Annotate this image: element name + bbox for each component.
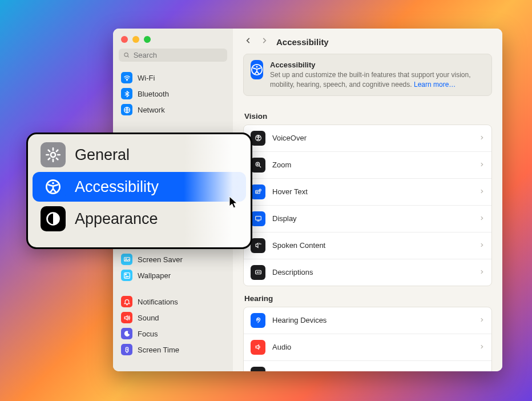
- svg-point-33: [52, 182, 54, 185]
- zoom-item-accessibility[interactable]: Accessibility: [33, 172, 246, 202]
- screentime-icon: [121, 344, 132, 355]
- accessibility-icon: [41, 174, 66, 199]
- row-hearing-devices[interactable]: Hearing Devices: [244, 307, 491, 334]
- sidebar-item-label: Wi-Fi: [138, 74, 155, 82]
- row-label: VoiceOver: [272, 134, 307, 142]
- main-panel: Accessibility Accessibility Set up and c…: [233, 29, 502, 371]
- svg-point-29: [257, 319, 259, 320]
- sidebar-item-network[interactable]: Network: [118, 102, 228, 118]
- appearance-icon: [41, 206, 66, 231]
- zoom-item-label: Accessibility: [75, 178, 159, 196]
- chevron-right-icon: [479, 241, 485, 250]
- sidebar-item-sound[interactable]: Sound: [118, 310, 228, 326]
- row-label: Display: [272, 214, 297, 223]
- zoom-icon: [251, 158, 265, 173]
- search-icon: [123, 51, 130, 59]
- row-label: Audio: [272, 343, 291, 351]
- zoom-callout: GeneralAccessibilityAppearance: [26, 133, 252, 249]
- svg-point-13: [256, 66, 258, 67]
- zoom-item-appearance[interactable]: Appearance: [33, 204, 246, 234]
- row-hover-text[interactable]: Hover Text: [244, 178, 491, 205]
- accessibility-icon: [251, 60, 263, 79]
- window-controls: [113, 29, 233, 46]
- sidebar-item-focus[interactable]: Focus: [118, 326, 228, 342]
- row-label: Descriptions: [272, 268, 313, 276]
- sidebar-item-screen-saver[interactable]: Screen Saver: [118, 251, 228, 267]
- svg-line-1: [128, 56, 129, 57]
- spoken-icon: Aa: [251, 238, 265, 253]
- audio-icon: [251, 340, 265, 355]
- sidebar-item-label: Notifications: [138, 298, 178, 306]
- page-title: Accessibility: [276, 37, 329, 47]
- svg-text:Aa: Aa: [259, 243, 261, 246]
- chevron-right-icon: [479, 161, 485, 169]
- gear-icon: [41, 142, 66, 167]
- search-field[interactable]: [119, 49, 227, 62]
- hovertext-icon: [251, 185, 265, 199]
- sidebar-item-label: Sound: [138, 314, 159, 322]
- svg-point-15: [257, 136, 259, 137]
- sidebar-item-screen-time[interactable]: Screen Time: [118, 342, 228, 358]
- close-button[interactable]: [121, 36, 128, 43]
- search-input[interactable]: [134, 51, 223, 59]
- svg-text:AD: AD: [256, 271, 260, 274]
- settings-list: VoiceOverZoomHover TextDisplayAaSpoken C…: [243, 125, 492, 286]
- zoom-item-label: General: [75, 146, 130, 164]
- row-descriptions[interactable]: ADDescriptions: [244, 259, 491, 286]
- chevron-right-icon: [479, 343, 485, 351]
- row-label: Spoken Content: [272, 241, 325, 250]
- row-label: Hearing Devices: [272, 316, 327, 324]
- svg-rect-8: [124, 272, 130, 278]
- svg-point-9: [125, 274, 126, 275]
- sidebar-item-notifications[interactable]: Notifications: [118, 294, 228, 310]
- row-display[interactable]: Display: [244, 205, 491, 232]
- intro-card: Accessibility Set up and customize the b…: [243, 54, 492, 96]
- fullscreen-button[interactable]: [144, 36, 151, 43]
- sidebar-item-wi-fi[interactable]: Wi-Fi: [118, 70, 228, 86]
- chevron-right-icon: [479, 187, 485, 196]
- network-icon: [121, 104, 132, 115]
- svg-rect-24: [255, 216, 261, 220]
- voiceover-icon: [251, 131, 265, 146]
- cursor-icon: [229, 196, 239, 208]
- forward-button[interactable]: [260, 37, 268, 47]
- sound-icon: [121, 312, 132, 323]
- sidebar-item-wallpaper[interactable]: Wallpaper: [118, 267, 228, 283]
- settings-list: Hearing DevicesAudioCaptions: [243, 307, 492, 371]
- bell-icon: [121, 296, 132, 307]
- zoom-item-general[interactable]: General: [33, 140, 246, 170]
- minimize-button[interactable]: [132, 36, 139, 43]
- svg-point-31: [51, 153, 55, 157]
- row-voiceover[interactable]: VoiceOver: [244, 125, 491, 151]
- chevron-right-icon: [479, 268, 485, 276]
- focus-icon: [121, 328, 132, 339]
- row-label: Captions: [272, 370, 301, 371]
- sidebar-item-label: Screen Saver: [138, 255, 183, 264]
- row-audio[interactable]: Audio: [244, 334, 491, 360]
- intro-title: Accessibility: [270, 60, 485, 70]
- row-label: Zoom: [272, 161, 291, 169]
- captions-icon: [251, 367, 265, 371]
- sidebar-item-bluetooth[interactable]: Bluetooth: [118, 86, 228, 102]
- sidebar-item-label: Focus: [138, 330, 158, 338]
- svg-point-23: [259, 189, 261, 191]
- row-spoken-content[interactable]: AaSpoken Content: [244, 232, 491, 259]
- chevron-right-icon: [479, 134, 485, 142]
- screensaver-icon: [121, 254, 132, 265]
- chevron-right-icon: [479, 370, 485, 371]
- hearing-icon: [251, 313, 265, 328]
- back-button[interactable]: [244, 37, 252, 47]
- section-label: Hearing: [244, 294, 491, 303]
- row-captions[interactable]: Captions: [244, 360, 491, 371]
- row-zoom[interactable]: Zoom: [244, 151, 491, 178]
- section-label: Vision: [244, 112, 491, 121]
- sidebar-item-label: Network: [138, 106, 165, 114]
- display-icon: [251, 211, 265, 226]
- chevron-right-icon: [479, 316, 485, 324]
- topbar: Accessibility: [233, 29, 502, 53]
- intro-text: Accessibility Set up and customize the b…: [270, 60, 485, 90]
- svg-line-17: [259, 166, 261, 167]
- learn-more-link[interactable]: Learn more…: [414, 81, 456, 89]
- descriptions-icon: AD: [251, 265, 265, 280]
- svg-point-2: [126, 79, 127, 80]
